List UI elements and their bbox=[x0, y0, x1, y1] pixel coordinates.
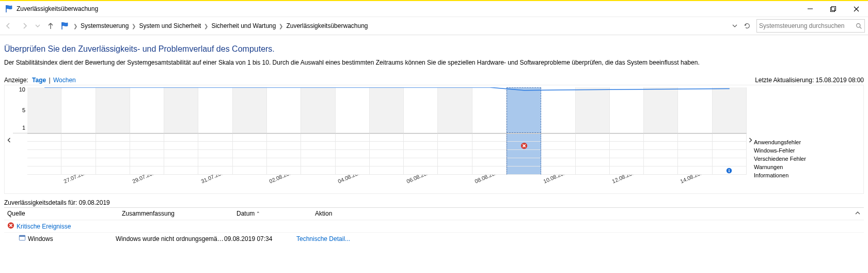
event-cell[interactable] bbox=[61, 158, 96, 166]
event-cell[interactable] bbox=[576, 150, 610, 158]
event-cell[interactable] bbox=[438, 133, 472, 142]
chart-column[interactable] bbox=[301, 87, 335, 133]
chart-column[interactable] bbox=[96, 87, 130, 133]
event-cell[interactable] bbox=[336, 142, 370, 150]
event-cell[interactable] bbox=[644, 166, 678, 175]
event-cell[interactable] bbox=[27, 150, 61, 158]
chart-column[interactable] bbox=[541, 87, 575, 133]
event-cell[interactable] bbox=[198, 142, 232, 150]
event-cell[interactable] bbox=[130, 150, 164, 158]
event-cell[interactable] bbox=[267, 142, 301, 150]
event-cell[interactable] bbox=[472, 166, 507, 175]
event-cell[interactable] bbox=[301, 142, 335, 150]
event-cell[interactable] bbox=[507, 158, 541, 166]
event-cell[interactable] bbox=[644, 158, 678, 166]
col-quelle[interactable]: Quelle bbox=[4, 208, 119, 220]
event-cell[interactable] bbox=[301, 150, 335, 158]
event-cell[interactable] bbox=[27, 166, 61, 175]
event-cell[interactable] bbox=[370, 166, 404, 175]
event-cell[interactable] bbox=[27, 158, 61, 166]
chart-column[interactable] bbox=[267, 87, 301, 133]
event-cell[interactable] bbox=[198, 158, 232, 166]
event-cell[interactable] bbox=[678, 142, 712, 150]
event-cell[interactable] bbox=[96, 158, 130, 166]
event-cell[interactable] bbox=[404, 150, 438, 158]
chart-column[interactable] bbox=[130, 87, 164, 133]
chart-column[interactable] bbox=[438, 87, 472, 133]
event-cell[interactable] bbox=[576, 166, 610, 175]
event-cell[interactable] bbox=[233, 166, 267, 175]
event-cell[interactable] bbox=[96, 133, 130, 142]
chart-column[interactable] bbox=[472, 87, 507, 133]
event-cell[interactable] bbox=[507, 166, 541, 175]
event-cell[interactable] bbox=[472, 142, 507, 150]
event-cell[interactable] bbox=[130, 142, 164, 150]
event-cell[interactable] bbox=[472, 133, 507, 142]
event-cell[interactable] bbox=[233, 133, 267, 142]
event-cell[interactable] bbox=[678, 133, 712, 142]
refresh-button[interactable] bbox=[741, 20, 753, 32]
group-kritische-ereignisse[interactable]: Kritische Ereignisse bbox=[4, 220, 864, 232]
event-cell[interactable] bbox=[678, 150, 712, 158]
event-cell[interactable] bbox=[541, 150, 575, 158]
event-cell[interactable] bbox=[576, 142, 610, 150]
event-cell[interactable] bbox=[233, 158, 267, 166]
col-zusammenfassung[interactable]: Zusammenfassung bbox=[119, 208, 233, 220]
event-cell[interactable] bbox=[130, 158, 164, 166]
chart-column[interactable] bbox=[164, 87, 198, 133]
event-cell[interactable] bbox=[610, 142, 644, 150]
event-cell[interactable] bbox=[301, 166, 335, 175]
event-cell[interactable] bbox=[370, 158, 404, 166]
search-input[interactable]: Systemsteuerung durchsuchen bbox=[756, 19, 865, 33]
col-aktion[interactable]: Aktion bbox=[312, 208, 842, 220]
event-cell[interactable] bbox=[370, 150, 404, 158]
event-cell[interactable] bbox=[233, 150, 267, 158]
up-button[interactable] bbox=[43, 19, 58, 33]
event-cell[interactable] bbox=[472, 150, 507, 158]
event-cell[interactable] bbox=[713, 150, 747, 158]
event-cell[interactable] bbox=[233, 142, 267, 150]
view-days-link[interactable]: Tage bbox=[32, 77, 46, 84]
event-cell[interactable] bbox=[198, 166, 232, 175]
minimize-button[interactable] bbox=[798, 1, 822, 17]
event-cell[interactable] bbox=[644, 142, 678, 150]
event-cell[interactable] bbox=[267, 150, 301, 158]
maximize-button[interactable] bbox=[822, 1, 845, 17]
scroll-left-button[interactable] bbox=[6, 87, 13, 192]
chart-column[interactable] bbox=[198, 87, 232, 133]
event-cell[interactable] bbox=[507, 142, 541, 150]
cell-aktion-link[interactable]: Technische Detail... bbox=[296, 235, 861, 242]
breadcrumb[interactable]: ❯ Systemsteuerung ❯ System und Sicherhei… bbox=[61, 21, 729, 31]
event-cell[interactable] bbox=[336, 150, 370, 158]
close-button[interactable] bbox=[845, 1, 868, 17]
dropdown-button[interactable] bbox=[729, 20, 741, 32]
event-cell[interactable] bbox=[267, 158, 301, 166]
event-cell[interactable] bbox=[404, 142, 438, 150]
event-cell[interactable] bbox=[507, 150, 541, 158]
event-cell[interactable] bbox=[507, 133, 541, 142]
event-cell[interactable] bbox=[404, 158, 438, 166]
chevron-right-icon[interactable]: ❯ bbox=[71, 23, 80, 29]
event-cell[interactable] bbox=[576, 158, 610, 166]
event-cell[interactable] bbox=[644, 133, 678, 142]
event-cell[interactable] bbox=[164, 133, 198, 142]
event-cell[interactable] bbox=[610, 133, 644, 142]
event-cell[interactable] bbox=[27, 142, 61, 150]
chevron-right-icon[interactable]: ❯ bbox=[202, 23, 210, 29]
event-cell[interactable] bbox=[164, 158, 198, 166]
chart-column[interactable] bbox=[27, 87, 61, 133]
chart-column[interactable] bbox=[576, 87, 610, 133]
breadcrumb-item[interactable]: Zuverlässigkeitsüberwachung bbox=[285, 21, 369, 31]
chart-column[interactable] bbox=[370, 87, 404, 133]
event-cell[interactable] bbox=[164, 150, 198, 158]
forward-button[interactable] bbox=[18, 19, 32, 33]
event-cell[interactable] bbox=[541, 166, 575, 175]
event-cell[interactable] bbox=[713, 158, 747, 166]
event-cell[interactable] bbox=[713, 166, 747, 175]
event-cell[interactable] bbox=[610, 166, 644, 175]
chart-column[interactable] bbox=[336, 87, 370, 133]
breadcrumb-item[interactable]: System und Sicherheit bbox=[138, 21, 202, 31]
event-cell[interactable] bbox=[164, 142, 198, 150]
event-cell[interactable] bbox=[61, 142, 96, 150]
event-cell[interactable] bbox=[404, 133, 438, 142]
